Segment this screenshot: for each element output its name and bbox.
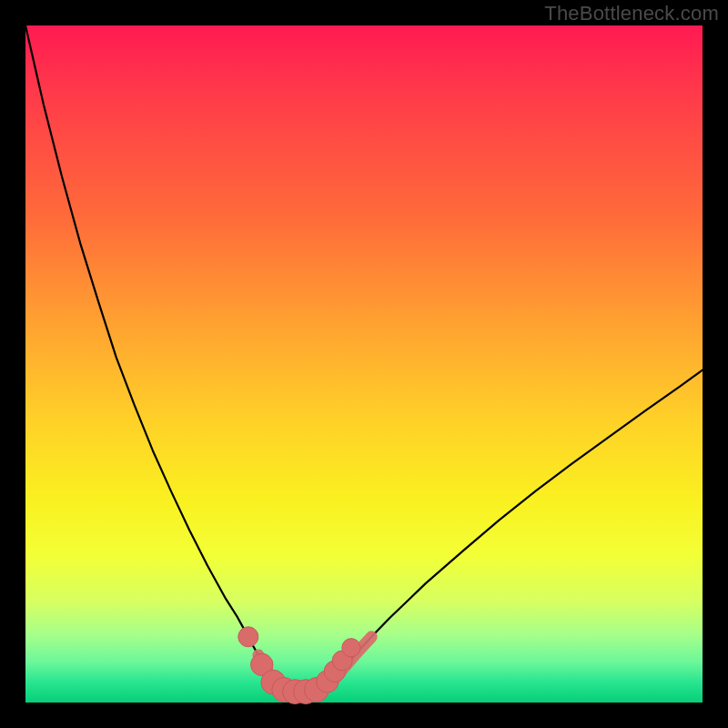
chart-frame: TheBottleneck.com — [0, 0, 728, 728]
marker-dot — [342, 639, 360, 657]
marker-layer — [238, 627, 371, 704]
chart-svg — [25, 25, 703, 703]
marker-dot — [238, 627, 258, 647]
curve-layer — [25, 25, 703, 693]
plot-area — [25, 25, 703, 703]
bottleneck-curve — [25, 25, 703, 693]
watermark-text: TheBottleneck.com — [544, 2, 719, 25]
